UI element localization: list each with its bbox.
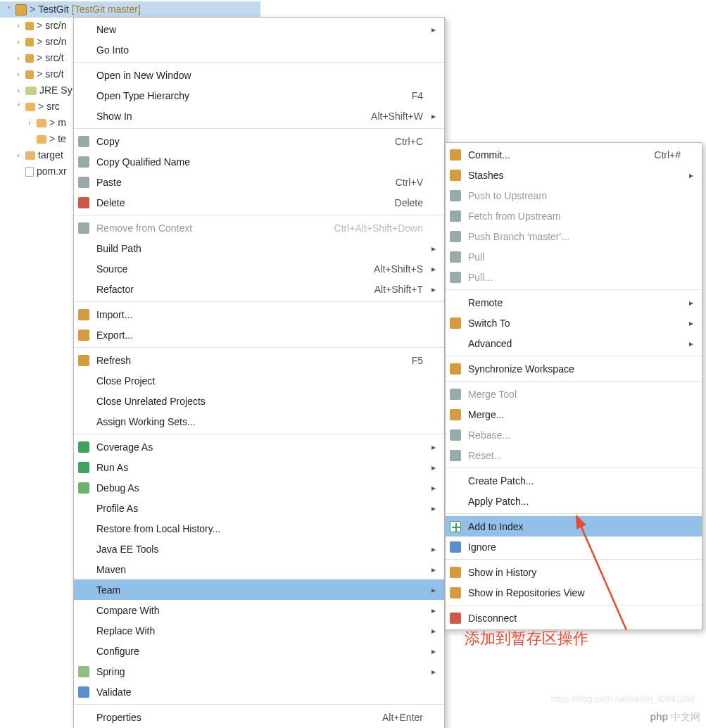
library-icon [25,87,37,95]
menu-item-label: New [94,24,423,35]
chevron-down-icon[interactable]: ˅ [4,6,13,14]
team-menu-stashes[interactable]: Stashes▸ [446,165,702,185]
team-menu-remote[interactable]: Remote▸ [446,292,702,313]
menu-new[interactable]: New▸ [74,19,444,39]
team-menu-advanced[interactable]: Advanced▸ [446,333,702,353]
menu-separator [74,704,444,705]
chevron-right-icon: ▸ [427,503,440,513]
menu-spring[interactable]: Spring▸ [74,661,444,682]
menu-maven[interactable]: Maven▸ [74,559,444,579]
menu-properties[interactable]: PropertiesAlt+Enter [74,707,444,727]
menu-export[interactable]: Export... [74,325,444,345]
team-menu-ignore[interactable]: Ignore [446,536,702,557]
menu-item-label: Copy Qualified Name [94,156,423,168]
menu-open-type-hierarchy[interactable]: Open Type HierarchyF4 [74,85,444,106]
menu-icon [78,441,89,453]
menu-item-label: Assign Working Sets... [94,416,423,427]
team-menu-push-branch-master: Push Branch 'master'... [446,226,702,246]
menu-configure[interactable]: Configure▸ [74,641,444,661]
menu-icon [450,450,461,461]
chevron-right-icon: ▸ [427,667,440,677]
menu-run-as[interactable]: Run As▸ [74,457,444,477]
menu-restore-from-local-history[interactable]: Restore from Local History... [74,518,444,539]
chevron-right-icon: ▸ [427,264,440,274]
menu-item-label: Build Path [94,243,423,254]
chevron-right-icon[interactable]: › [14,151,23,160]
menu-icon [450,318,461,329]
team-menu-create-patch[interactable]: Create Patch... [446,470,702,491]
team-menu-add-to-index[interactable]: Add to Index [446,516,702,536]
chevron-right-icon: ▸ [685,170,698,180]
menu-separator [446,605,702,605]
menu-icon [450,272,461,283]
menu-coverage-as[interactable]: Coverage As▸ [74,437,444,457]
menu-compare-with[interactable]: Compare With▸ [74,600,444,620]
chevron-right-icon: ▸ [427,25,440,34]
team-menu-show-in-repositories-view[interactable]: Show in Repositories View [446,582,702,603]
menu-item-label: Properties [94,712,382,723]
team-menu-apply-patch[interactable]: Apply Patch... [446,491,702,511]
chevron-right-icon[interactable]: › [14,87,23,95]
menu-item-label: Open Type Hierarchy [94,90,412,101]
menu-build-path[interactable]: Build Path▸ [74,238,444,258]
folder-icon [37,119,46,127]
menu-validate[interactable]: Validate [74,682,444,702]
team-menu-synchronize-workspace[interactable]: Synchronize Workspace [446,358,702,379]
menu-shortcut: Alt+Enter [382,712,427,723]
menu-profile-as[interactable]: Profile As▸ [74,498,444,518]
menu-item-label: Profile As [94,503,423,514]
chevron-right-icon[interactable]: › [14,38,23,46]
menu-replace-with[interactable]: Replace With▸ [74,620,444,641]
menu-show-in[interactable]: Show InAlt+Shift+W▸ [74,106,444,126]
chevron-right-icon[interactable]: › [14,70,23,79]
menu-shortcut: Ctrl+# [654,149,685,161]
menu-delete[interactable]: DeleteDelete [74,192,444,213]
chevron-right-icon[interactable]: › [14,22,23,30]
team-menu-switch-to[interactable]: Switch To▸ [446,313,702,333]
menu-shortcut: Ctrl+V [396,177,427,188]
menu-shortcut: Ctrl+Alt+Shift+Down [334,222,427,234]
chevron-right-icon: ▸ [427,544,440,554]
menu-item-label: Delete [94,197,395,208]
package-icon [25,22,34,30]
team-menu-merge[interactable]: Merge... [446,404,702,425]
menu-assign-working-sets[interactable]: Assign Working Sets... [74,411,444,432]
chevron-right-icon: ▸ [427,585,440,595]
menu-import[interactable]: Import... [74,304,444,325]
team-menu-disconnect[interactable]: Disconnect [446,608,702,628]
chevron-right-icon[interactable]: › [25,119,34,127]
menu-icon [450,363,461,375]
package-icon [25,54,34,63]
team-menu-pull: Pull... [446,267,702,287]
menu-copy[interactable]: CopyCtrl+C [74,131,444,151]
tree-project-root[interactable]: ˅ > TestGit [TestGit master] [0,1,260,18]
menu-item-label: Remote [465,297,681,308]
tree-item-label: TestGit [38,1,69,18]
menu-refactor[interactable]: RefactorAlt+Shift+T▸ [74,279,444,299]
team-menu-rebase: Rebase... [446,425,702,445]
menu-debug-as[interactable]: Debug As▸ [74,477,444,498]
menu-icon [450,211,461,222]
menu-copy-qualified-name[interactable]: Copy Qualified Name [74,151,444,172]
menu-item-label: Debug As [94,482,423,494]
menu-refresh[interactable]: RefreshF5 [74,350,444,370]
menu-separator [446,356,702,356]
menu-close-unrelated-projects[interactable]: Close Unrelated Projects [74,391,444,411]
team-menu-show-in-history[interactable]: Show in History [446,562,702,582]
team-menu-commit[interactable]: Commit...Ctrl+# [446,144,702,165]
annotation-text: 添加到暂存区操作 [465,628,588,649]
menu-icon [78,156,89,168]
menu-item-label: Show In [94,111,371,122]
menu-close-project[interactable]: Close Project [74,370,444,391]
menu-item-label: Commit... [465,149,654,161]
menu-source[interactable]: SourceAlt+Shift+S▸ [74,258,444,279]
menu-java-ee-tools[interactable]: Java EE Tools▸ [74,539,444,559]
menu-paste[interactable]: PasteCtrl+V [74,172,444,192]
menu-item-label: Compare With [94,605,423,616]
chevron-right-icon[interactable]: › [14,54,23,63]
menu-shortcut: F5 [412,355,427,366]
menu-team[interactable]: Team▸ [74,579,444,600]
menu-go-into[interactable]: Go Into [74,39,444,60]
chevron-down-icon[interactable]: ˅ [14,103,23,111]
menu-open-in-new-window[interactable]: Open in New Window [74,65,444,85]
